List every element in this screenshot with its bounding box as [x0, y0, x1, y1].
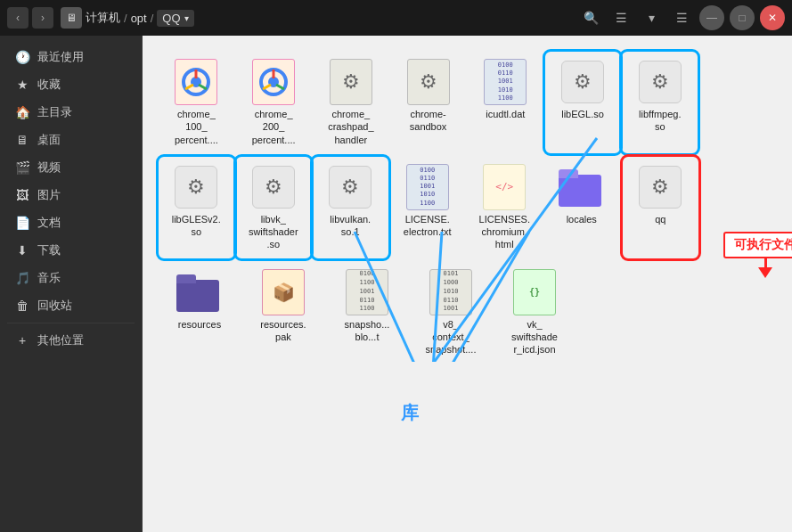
documents-icon: 📄	[14, 216, 30, 230]
trash-icon: 🗑	[14, 299, 30, 313]
sidebar-item-recent[interactable]: 🕐 最近使用	[4, 44, 138, 70]
v8-icon: 01011000101001101001	[428, 269, 474, 315]
file-qq[interactable]: ⚙ qq	[625, 159, 697, 257]
sidebar-label-desktop: 桌面	[37, 132, 61, 148]
snapshot-label: snapsho...blo...t	[345, 318, 390, 344]
view-options-icon: ▾	[649, 11, 655, 25]
titlebar: ‹ › 🖥 计算机 / opt / QQ ▾ 🔍 ☰ ▾	[0, 0, 792, 36]
sidebar-label-trash: 回收站	[37, 298, 72, 314]
favorites-icon: ★	[14, 78, 30, 92]
file-resources[interactable]: resources	[160, 264, 239, 362]
crashpad-label: chrome_crashpad_handler	[328, 108, 373, 146]
libvulkan-icon: ⚙	[327, 164, 373, 210]
snapshot-icon: 01001100100101101100	[344, 269, 390, 315]
sidebar-item-downloads[interactable]: ⬇ 下载	[4, 237, 138, 264]
file-libvulkan[interactable]: ⚙ libvulkan.so.1	[314, 159, 387, 257]
libffmpeg-label: libffmpeg.so	[639, 108, 682, 134]
search-button[interactable]: 🔍	[578, 5, 603, 30]
minimize-button[interactable]: —	[699, 5, 724, 30]
menu-button[interactable]: ☰	[669, 5, 694, 30]
file-locales[interactable]: locales	[546, 159, 618, 257]
libffmpeg-icon: ⚙	[637, 59, 683, 105]
svg-line-9	[263, 85, 271, 89]
sidebar-item-favorites[interactable]: ★ 收藏	[4, 71, 138, 98]
license-electron-label: LICENSE.electron.txt	[404, 213, 452, 239]
file-vk-json[interactable]: {} vk_swiftshader_icd.json	[495, 264, 574, 362]
sidebar-item-home[interactable]: 🏠 主目录	[4, 99, 138, 126]
view-list-button[interactable]: ☰	[608, 5, 633, 30]
resources-pak-icon: 📦	[260, 269, 306, 315]
file-sandbox[interactable]: ⚙ chrome-sandbox	[392, 53, 464, 151]
v8-label: v8_context_snapshot....	[426, 318, 477, 356]
license-chromium-label: LICENSES.chromium.html	[479, 213, 530, 251]
sidebar-item-desktop[interactable]: 🖥 桌面	[4, 127, 138, 153]
ku-annotation: 库	[401, 401, 419, 425]
sidebar-item-pictures[interactable]: 🖼 图片	[4, 182, 138, 209]
other-icon: +	[14, 333, 30, 348]
file-chrome100[interactable]: chrome_100_percent....	[160, 53, 233, 151]
sidebar-label-pictures: 图片	[37, 187, 61, 203]
svg-line-4	[185, 85, 193, 89]
qq-label: qq	[655, 213, 665, 225]
breadcrumb: 计算机 / opt / QQ ▾	[86, 10, 194, 27]
sidebar-label-music: 音乐	[37, 270, 61, 286]
vk-json-label: vk_swiftshader_icd.json	[511, 318, 558, 356]
path-qq-dropdown[interactable]: QQ ▾	[157, 10, 193, 27]
view-list-icon: ☰	[616, 11, 627, 25]
file-libegl[interactable]: ⚙ libEGL.so	[547, 53, 619, 151]
file-license-electron[interactable]: 01000110100110101100 LICENSE.electron.tx…	[392, 159, 464, 257]
resources-pak-label: resources.pak	[260, 318, 306, 344]
file-snapshot[interactable]: 01001100100101101100 snapsho...blo...t	[328, 264, 406, 362]
path-opt[interactable]: opt	[131, 12, 147, 25]
sidebar-item-other[interactable]: + 其他位置	[4, 327, 138, 354]
file-crashpad[interactable]: ⚙ chrome_crashpad_handler	[314, 53, 387, 151]
file-libgles[interactable]: ⚙ libGLESv2.so	[160, 159, 233, 257]
file-chrome200[interactable]: chrome_200_percent....	[238, 53, 310, 151]
close-button[interactable]: ✕	[760, 5, 785, 30]
view-options-button[interactable]: ▾	[639, 5, 664, 30]
resources-label: resources	[178, 318, 221, 331]
icudtl-label: icudtl.dat	[486, 108, 525, 120]
libvulkan-label: libvulkan.so.1	[330, 213, 371, 239]
locales-label: locales	[567, 213, 597, 225]
sidebar-item-documents[interactable]: 📄 文档	[4, 209, 138, 236]
nav-buttons: ‹ ›	[7, 7, 53, 29]
sidebar-label-documents: 文档	[37, 215, 61, 231]
sidebar-label-downloads: 下载	[37, 242, 61, 258]
file-v8[interactable]: 01011000101001101001 v8_context_snapshot…	[412, 264, 490, 362]
home-icon: 🏠	[14, 105, 30, 119]
qq-icon: ⚙	[637, 164, 683, 210]
file-libffmpeg[interactable]: ⚙ libffmpeg.so	[624, 53, 696, 151]
nav-back-button[interactable]: ‹	[7, 7, 29, 29]
maximize-button[interactable]: □	[730, 5, 755, 30]
pictures-icon: 🖼	[14, 188, 30, 202]
file-resources-pak[interactable]: 📦 resources.pak	[244, 264, 323, 362]
file-area: chrome_100_percent....	[143, 36, 792, 532]
svg-line-3	[199, 85, 207, 89]
file-libvk[interactable]: ⚙ libvk_swiftshader.so	[238, 159, 310, 257]
path-computer[interactable]: 计算机	[86, 10, 120, 26]
license-chromium-icon: </>	[481, 164, 527, 210]
sidebar-label-recent: 最近使用	[37, 49, 84, 65]
svg-line-8	[276, 85, 284, 89]
chrome100-label: chrome_100_percent....	[175, 108, 218, 146]
sandbox-icon: ⚙	[405, 59, 452, 105]
chrome200-icon	[250, 59, 297, 105]
main-content: 🕐 最近使用 ★ 收藏 🏠 主目录 🖥 桌面 🎬 视频 🖼 图片 📄 文档 ⬇	[0, 36, 792, 532]
sandbox-label: chrome-sandbox	[410, 108, 447, 134]
sidebar-item-video[interactable]: 🎬 视频	[4, 154, 138, 181]
sidebar-divider	[7, 323, 135, 323]
nav-forward-button[interactable]: ›	[32, 7, 53, 29]
sidebar-label-video: 视频	[37, 160, 61, 176]
sidebar: 🕐 最近使用 ★ 收藏 🏠 主目录 🖥 桌面 🎬 视频 🖼 图片 📄 文档 ⬇	[0, 36, 143, 532]
sidebar-item-trash[interactable]: 🗑 回收站	[4, 292, 138, 319]
chrome100-icon	[173, 59, 219, 105]
libvk-icon: ⚙	[250, 164, 297, 210]
libvk-label: libvk_swiftshader.so	[249, 213, 298, 251]
titlebar-actions: 🔍 ☰ ▾ ☰ — □ ✕	[578, 5, 785, 30]
sidebar-item-music[interactable]: 🎵 音乐	[4, 265, 138, 291]
libgles-label: libGLESv2.so	[172, 213, 221, 239]
libgles-icon: ⚙	[173, 164, 219, 210]
file-license-chromium[interactable]: </> LICENSES.chromium.html	[469, 159, 541, 257]
file-icudtl[interactable]: 01000110100110101100 icudtl.dat	[469, 53, 542, 151]
